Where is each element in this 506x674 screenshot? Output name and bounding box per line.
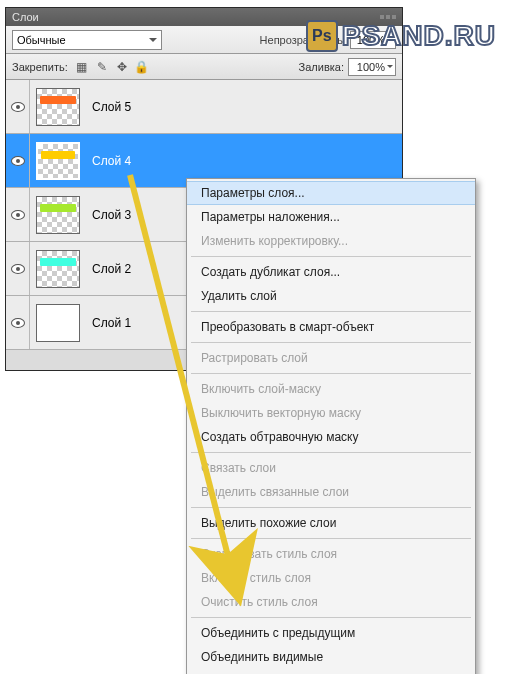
menu-item[interactable]: Преобразовать в смарт-объект (187, 315, 475, 339)
panel-title: Слои (12, 11, 39, 23)
menu-item[interactable]: Объединить с предыдущим (187, 621, 475, 645)
menu-item: Очистить стиль слоя (187, 590, 475, 614)
lock-transparency-icon[interactable]: ▦ (74, 59, 90, 75)
menu-separator (191, 373, 471, 374)
eye-icon (11, 318, 25, 328)
layer-name: Слой 5 (92, 100, 131, 114)
lock-label: Закрепить: (12, 61, 68, 73)
layer-row[interactable]: Слой 5 (6, 80, 402, 134)
lock-all-icon[interactable]: 🔒 (134, 59, 150, 75)
menu-item[interactable]: Объединить видимые (187, 645, 475, 669)
menu-separator (191, 538, 471, 539)
fill-input[interactable]: 100% (348, 58, 396, 76)
eye-icon (11, 156, 25, 166)
menu-item[interactable]: Удалить слой (187, 284, 475, 308)
blend-mode-select[interactable]: Обычные (12, 30, 162, 50)
menu-item: Включить слой-маску (187, 377, 475, 401)
menu-item: Выделить связанные слои (187, 480, 475, 504)
menu-item: Растрировать слой (187, 346, 475, 370)
blend-mode-value: Обычные (17, 34, 66, 46)
menu-separator (191, 256, 471, 257)
menu-separator (191, 617, 471, 618)
eye-icon (11, 210, 25, 220)
menu-item[interactable]: Параметры наложения... (187, 205, 475, 229)
layer-name: Слой 2 (92, 262, 131, 276)
menu-item: Скопировать стиль слоя (187, 542, 475, 566)
menu-item[interactable]: Создать дубликат слоя... (187, 260, 475, 284)
menu-item[interactable]: Выделить похожие слои (187, 511, 475, 535)
menu-item: Изменить корректировку... (187, 229, 475, 253)
lock-position-icon[interactable]: ✥ (114, 59, 130, 75)
fill-label: Заливка: (299, 61, 344, 73)
menu-item: Выключить векторную маску (187, 401, 475, 425)
visibility-toggle[interactable] (6, 134, 30, 187)
menu-item: Связать слои (187, 456, 475, 480)
layer-thumbnail[interactable] (36, 88, 80, 126)
eye-icon (11, 264, 25, 274)
lock-pixels-icon[interactable]: ✎ (94, 59, 110, 75)
fill-value: 100% (357, 61, 385, 73)
layer-thumbnail[interactable] (36, 142, 80, 180)
layer-thumbnail[interactable] (36, 196, 80, 234)
menu-item[interactable]: Выполнить сведение (187, 669, 475, 674)
menu-item[interactable]: Параметры слоя... (187, 181, 475, 205)
menu-item[interactable]: Создать обтравочную маску (187, 425, 475, 449)
lock-row: Закрепить: ▦ ✎ ✥ 🔒 Заливка: 100% (6, 54, 402, 80)
layer-thumbnail[interactable] (36, 250, 80, 288)
menu-item: Вклеить стиль слоя (187, 566, 475, 590)
layer-name: Слой 4 (92, 154, 131, 168)
layer-name: Слой 3 (92, 208, 131, 222)
layer-thumbnail[interactable] (36, 304, 80, 342)
visibility-toggle[interactable] (6, 296, 30, 349)
context-menu: Параметры слоя...Параметры наложения...И… (186, 178, 476, 674)
layer-name: Слой 1 (92, 316, 131, 330)
menu-separator (191, 507, 471, 508)
menu-separator (191, 342, 471, 343)
watermark-text: PSAND.RU (342, 20, 496, 52)
watermark: Ps PSAND.RU (306, 18, 496, 54)
menu-separator (191, 311, 471, 312)
visibility-toggle[interactable] (6, 242, 30, 295)
eye-icon (11, 102, 25, 112)
visibility-toggle[interactable] (6, 80, 30, 133)
ps-icon: Ps (306, 20, 338, 52)
visibility-toggle[interactable] (6, 188, 30, 241)
menu-separator (191, 452, 471, 453)
